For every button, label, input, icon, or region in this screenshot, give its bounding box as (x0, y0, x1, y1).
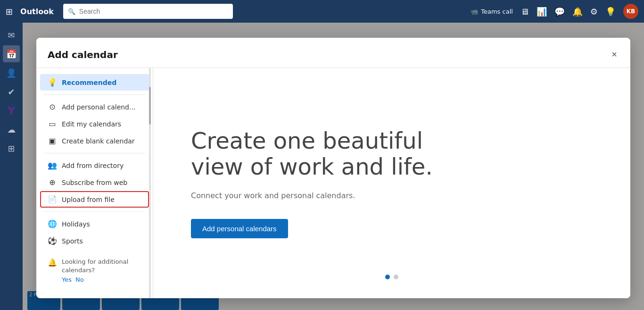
footer-links: Yes No (62, 276, 128, 284)
edit-calendars-icon: ▭ (48, 119, 57, 128)
yes-link[interactable]: Yes (62, 276, 72, 284)
sports-icon: ⚽ (48, 236, 57, 245)
scrollbar-track (149, 68, 151, 298)
sidebar-item-yammer[interactable]: Y (3, 102, 20, 119)
nav-item-subscribe-web[interactable]: ⊕ Subscribe from web (40, 174, 149, 191)
nav-item-sports[interactable]: ⚽ Sports (40, 233, 149, 249)
nav-item-label: Create blank calendar (62, 137, 135, 145)
share-icon[interactable]: 📊 (537, 7, 547, 17)
footer-question: Looking for additionalcalendars? (62, 258, 128, 275)
nav-item-holidays[interactable]: 🌐 Holidays (40, 216, 149, 232)
chat-icon[interactable]: 💬 (554, 7, 565, 17)
nav-item-label: Add from directory (62, 162, 124, 169)
footer-additional-calendars: 🔔 Looking for additionalcalendars? Yes N… (44, 254, 145, 288)
pagination-dot-1[interactable] (385, 275, 390, 279)
content-area: 2 PM test 12 AM Supt 12 AM Supt 12 AM Su… (23, 23, 644, 310)
nav-divider-3 (44, 211, 145, 212)
modal-body: 💡 Recommended ⊙ Add personal calend... ▭ (36, 68, 630, 298)
add-directory-icon: 👥 (48, 161, 57, 170)
video-icon: 📹 (471, 8, 478, 15)
sidebar-item-mail[interactable]: ✉ (3, 26, 20, 43)
add-personal-calendars-button[interactable]: Add personal calendars (191, 219, 288, 238)
holidays-icon: 🌐 (48, 219, 57, 228)
monitor-icon[interactable]: 🖥 (520, 7, 529, 17)
footer-text: Looking for additionalcalendars? Yes No (62, 258, 128, 285)
recommended-icon: 💡 (48, 78, 57, 87)
nav-item-label: Holidays (62, 220, 90, 228)
nav-item-add-directory[interactable]: 👥 Add from directory (40, 157, 149, 174)
modal-overlay: Add calendar × 💡 Recommended (23, 23, 644, 310)
footer-icon: 🔔 (48, 258, 57, 267)
sidebar-item-calendar[interactable]: 📅 (3, 45, 20, 62)
sidebar-item-tasks[interactable]: ✔ (3, 83, 20, 100)
nav-item-upload-file[interactable]: 📄 Upload from file (40, 191, 149, 208)
add-calendar-modal: Add calendar × 💡 Recommended (36, 38, 630, 298)
modal-header: Add calendar × (36, 38, 630, 68)
create-blank-icon: ▣ (48, 136, 57, 145)
grid-icon[interactable]: ⊞ (6, 7, 13, 17)
nav-item-label: Sports (62, 237, 83, 245)
main-layout: ✉ 📅 👤 ✔ Y ☁ ⊞ 2 PM test 12 AM Supt 12 AM… (0, 23, 644, 310)
teams-call[interactable]: 📹 Teams call (471, 8, 513, 15)
subscribe-web-icon: ⊕ (48, 178, 57, 187)
bell-icon[interactable]: 🔔 (572, 7, 583, 17)
modal-footer-section: 🔔 Looking for additionalcalendars? Yes N… (36, 250, 153, 293)
nav-item-create-blank[interactable]: ▣ Create blank calendar (40, 133, 149, 149)
nav-item-edit-calendars[interactable]: ▭ Edit my calendars (40, 116, 149, 132)
search-input[interactable] (79, 8, 228, 15)
nav-item-add-personal[interactable]: ⊙ Add personal calend... (40, 99, 149, 115)
sidebar-item-onedrive[interactable]: ☁ (3, 121, 20, 138)
app-name: Outlook (20, 7, 54, 16)
search-box[interactable]: 🔍 (63, 4, 233, 19)
hero-subtitle: Connect your work and personal calendars… (191, 191, 355, 200)
nav-item-label: Add personal calend... (62, 103, 135, 111)
close-button[interactable]: × (610, 47, 619, 62)
nav-item-label: Edit my calendars (62, 120, 121, 128)
nav-item-label: Recommended (62, 79, 116, 86)
sidebar-item-contacts[interactable]: 👤 (3, 64, 20, 81)
sidebar-item-apps[interactable]: ⊞ (3, 140, 20, 157)
modal-title: Add calendar (48, 49, 118, 60)
outlook-sidebar: ✉ 📅 👤 ✔ Y ☁ ⊞ (0, 23, 23, 310)
upload-file-icon: 📄 (48, 195, 57, 204)
settings-icon[interactable]: ⚙ (590, 7, 598, 17)
modal-left-nav: 💡 Recommended ⊙ Add personal calend... ▭ (36, 68, 153, 298)
nav-divider-2 (44, 153, 145, 153)
avatar[interactable]: KB (623, 4, 638, 19)
topbar: ⊞ Outlook 🔍 📹 Teams call 🖥 📊 💬 🔔 ⚙ 💡 KB (0, 0, 644, 23)
add-personal-icon: ⊙ (48, 102, 57, 111)
topbar-right: 📹 Teams call 🖥 📊 💬 🔔 ⚙ 💡 KB (471, 4, 638, 19)
nav-divider-1 (44, 94, 145, 95)
modal-right-content: Create one beautifulview of work and lif… (153, 68, 630, 298)
hero-title: Create one beautifulview of work and lif… (191, 128, 433, 180)
search-icon: 🔍 (68, 8, 75, 15)
nav-item-recommended[interactable]: 💡 Recommended (40, 74, 149, 91)
nav-item-label: Upload from file (62, 196, 115, 203)
no-link[interactable]: No (75, 276, 84, 284)
help-icon[interactable]: 💡 (605, 7, 616, 17)
scrollbar-thumb[interactable] (149, 87, 151, 125)
pagination-dot-2[interactable] (394, 275, 398, 279)
nav-item-label: Subscribe from web (62, 179, 127, 186)
pagination-dots (385, 275, 398, 279)
